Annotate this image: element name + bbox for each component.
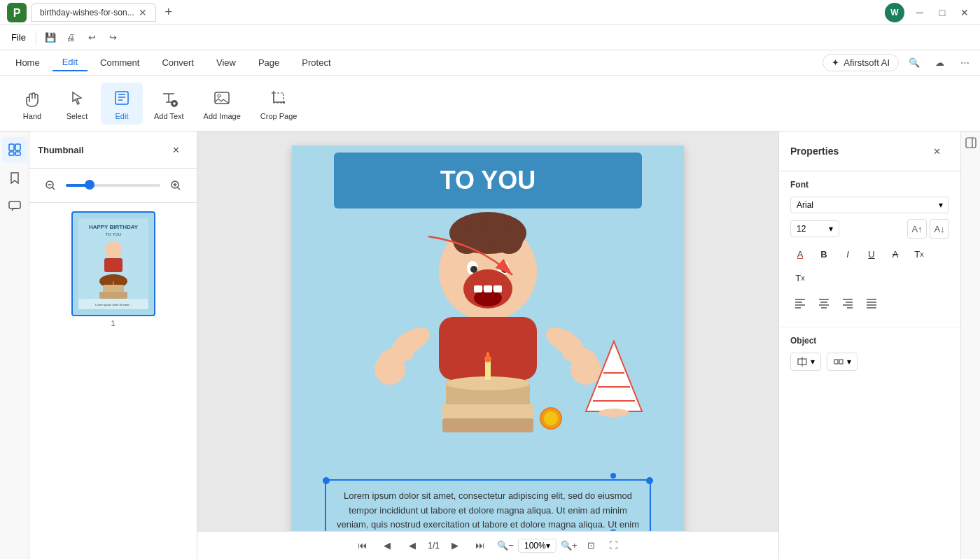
text-box[interactable]: Lorem ipsum dolor sit amet, consectetur …: [325, 479, 651, 531]
first-page-button[interactable]: ⏮: [352, 536, 372, 556]
align-right-button[interactable]: [838, 293, 858, 313]
menubar: File 💾 🖨 ↩ ↪: [0, 25, 980, 50]
sidebar-comment-button[interactable]: [2, 193, 27, 218]
font-section-title: Font: [790, 180, 949, 190]
thumbnail-zoom-bar: [29, 169, 197, 203]
object-distribute-button[interactable]: ▾: [827, 353, 858, 371]
add-text-label: Add Text: [154, 112, 184, 120]
align-left-button[interactable]: [790, 293, 810, 313]
new-tab-button[interactable]: +: [159, 3, 178, 22]
next-page-button[interactable]: ▶: [445, 536, 465, 556]
underline-button[interactable]: U: [862, 244, 881, 264]
tab-convert[interactable]: Convert: [152, 55, 204, 71]
subscript-button[interactable]: Tx: [790, 268, 810, 288]
strikethrough-button[interactable]: A: [886, 244, 905, 264]
svg-rect-90: [966, 138, 976, 148]
crop-page-tool[interactable]: Crop Page: [252, 83, 306, 125]
thumbnail-image: HAPPY BIRTHDAY TO YOU Lorem ipsum dolor …: [71, 211, 155, 316]
object-align-button[interactable]: ▾: [790, 353, 821, 371]
zoom-level-display[interactable]: 100% ▾: [518, 539, 556, 553]
last-page-button[interactable]: ⏭: [470, 536, 490, 556]
tab-comment[interactable]: Comment: [90, 55, 149, 71]
properties-close-button[interactable]: ✕: [924, 139, 949, 164]
file-menu[interactable]: File: [6, 29, 31, 45]
thumbnail-close-button[interactable]: ✕: [163, 137, 188, 162]
hand-icon: [21, 87, 43, 109]
font-size-decrease-button[interactable]: A↓: [930, 219, 949, 239]
object-section: Object ▾ ▾: [779, 327, 960, 379]
next-prev-button[interactable]: ◀: [402, 536, 422, 556]
align-justify-button[interactable]: [862, 293, 881, 313]
resize-handle-tl[interactable]: [323, 477, 330, 484]
zoom-thumb[interactable]: [85, 180, 94, 190]
sidebar-bookmark-button[interactable]: [2, 165, 27, 190]
svg-rect-7: [9, 144, 14, 150]
sidebar-thumbnail-button[interactable]: [2, 137, 27, 162]
minimize-button[interactable]: ─: [910, 3, 930, 22]
cloud-button[interactable]: ☁: [930, 53, 949, 73]
tab-protect[interactable]: Protect: [292, 55, 340, 71]
right-panel-toggle[interactable]: [962, 134, 979, 151]
edit-icon: [111, 87, 133, 109]
page-number-label: 1: [111, 319, 115, 327]
thumbnail-header: Thumbnail ✕: [29, 132, 197, 169]
search-button[interactable]: 🔍: [904, 53, 924, 73]
italic-button[interactable]: I: [838, 244, 858, 264]
more-button[interactable]: ⋯: [955, 53, 974, 73]
hand-tool[interactable]: Hand: [11, 83, 53, 125]
properties-title: Properties: [790, 146, 839, 157]
tab-home[interactable]: Home: [6, 55, 50, 71]
canvas-area: TO YOU: [197, 132, 778, 559]
crop-icon: [267, 87, 290, 109]
tab-close-button[interactable]: ✕: [139, 7, 147, 18]
hand-label: Hand: [23, 112, 41, 120]
close-button[interactable]: ✕: [955, 3, 974, 22]
ai-button[interactable]: ✦ Afirstsoft AI: [822, 54, 899, 71]
select-tool[interactable]: Select: [56, 83, 98, 125]
add-image-tool[interactable]: Add Image: [195, 83, 249, 125]
svg-text:TO YOU: TO YOU: [105, 232, 121, 236]
svg-point-58: [484, 355, 491, 362]
font-family-dropdown-icon: ▾: [939, 200, 943, 210]
prev-page-button[interactable]: ◀: [377, 536, 397, 556]
align-center-button[interactable]: [814, 293, 834, 313]
zoom-in-button[interactable]: 🔍+: [559, 536, 579, 556]
svg-rect-2: [115, 92, 128, 104]
app-logo: P: [6, 1, 28, 24]
tab-page[interactable]: Page: [248, 55, 289, 71]
fullscreen-button[interactable]: ⛶: [604, 536, 624, 556]
add-text-tool[interactable]: Add Text: [146, 83, 192, 125]
tab-edit[interactable]: Edit: [52, 54, 88, 71]
font-size-increase-button[interactable]: A↑: [907, 219, 927, 239]
bold-button[interactable]: B: [814, 244, 834, 264]
resize-handle-tr[interactable]: [646, 477, 653, 484]
zoom-level-value: 100%: [524, 541, 546, 551]
zoom-controls: 🔍− 100% ▾ 🔍+ ⊡ ⛶: [496, 536, 624, 556]
font-family-row: Arial ▾: [790, 197, 949, 213]
active-tab[interactable]: birthday-wishes-for-son... ✕: [31, 3, 156, 22]
edit-tool[interactable]: Edit: [101, 83, 143, 125]
select-icon: [66, 87, 88, 109]
zoom-in-button[interactable]: [163, 173, 188, 198]
redo-button[interactable]: ↪: [104, 28, 123, 48]
user-avatar: W: [885, 3, 904, 22]
svg-rect-88: [834, 360, 838, 364]
zoom-out-button[interactable]: [38, 173, 63, 198]
superscript-button[interactable]: Tx: [909, 244, 929, 264]
print-button[interactable]: 🖨: [62, 28, 81, 48]
save-button[interactable]: 💾: [41, 28, 60, 48]
zoom-out-button[interactable]: 🔍−: [496, 536, 515, 556]
thumbnail-page-1[interactable]: HAPPY BIRTHDAY TO YOU Lorem ipsum dolor …: [38, 211, 188, 327]
undo-button[interactable]: ↩: [83, 28, 102, 48]
font-size-select[interactable]: 12 ▾: [790, 220, 839, 237]
zoom-track[interactable]: [66, 184, 160, 187]
maximize-button[interactable]: □: [932, 3, 952, 22]
ribbon-tabs: Home Edit Comment Convert View Page Prot…: [0, 50, 980, 76]
underline-color-button[interactable]: A: [790, 244, 810, 264]
svg-rect-22: [99, 292, 127, 299]
tab-view[interactable]: View: [206, 55, 246, 71]
font-size-row: 12 ▾ A↑ A↓: [790, 219, 949, 239]
text-format-row-1: A B I U A Tx Tx: [790, 244, 949, 288]
fit-page-button[interactable]: ⊡: [582, 536, 601, 556]
font-family-select[interactable]: Arial ▾: [790, 197, 949, 213]
